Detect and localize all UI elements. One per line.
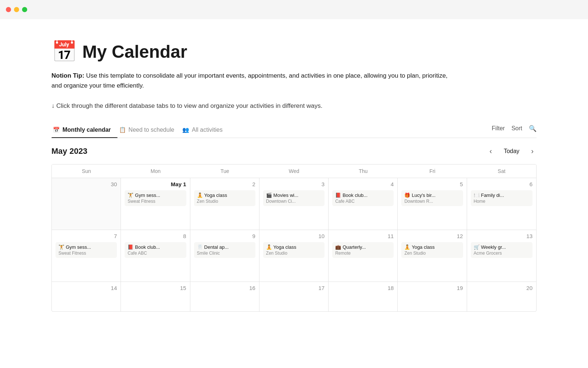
next-month-button[interactable]: ›: [528, 145, 537, 157]
calendar-nav: ‹ Today ›: [487, 145, 537, 157]
cal-date-11: 11: [332, 233, 394, 239]
cal-date-6: 6: [471, 181, 533, 187]
event-location-yoga-2: Zen Studio: [197, 199, 252, 204]
cal-date-12: 12: [401, 233, 463, 239]
event-title-dental-9: 🦷 Dental ap...: [197, 244, 252, 250]
day-label-mon: Mon: [121, 164, 190, 178]
cal-date-14: 14: [55, 285, 117, 291]
event-yoga-12[interactable]: 🧘 Yoga class Zen Studio: [401, 242, 463, 258]
cal-cell-18[interactable]: 18: [329, 282, 398, 311]
gym-icon: 🏋️: [128, 192, 133, 198]
cal-cell-10[interactable]: 10 🧘 Yoga class Zen Studio: [259, 230, 329, 282]
cal-date-may1: May 1: [125, 181, 186, 187]
prev-month-button[interactable]: ‹: [487, 145, 495, 157]
event-location-gym-may1: Sweat Fitness: [128, 199, 183, 204]
event-gym-7[interactable]: 🏋️ Gym sess... Sweat Fitness: [55, 242, 117, 258]
quarterly-icon: 💼: [335, 244, 341, 250]
cal-cell-11[interactable]: 11 💼 Quarterly... Remote: [329, 230, 398, 282]
cal-date-8: 8: [125, 233, 186, 239]
cal-cell-17[interactable]: 17: [259, 282, 329, 311]
event-family-6[interactable]: 🍽️ Family di... Home: [471, 190, 533, 206]
event-quarterly-11[interactable]: 💼 Quarterly... Remote: [332, 242, 394, 258]
cal-date-15: 15: [125, 285, 186, 291]
event-bookclub-4[interactable]: 📕 Book club... Cafe ABC: [332, 190, 394, 206]
bookclub-icon-8: 📕: [128, 244, 133, 250]
nav-hint: ↓ Click through the different database t…: [51, 102, 537, 110]
today-button[interactable]: Today: [500, 146, 523, 156]
event-location-movies-3: Downtown Ci...: [266, 199, 322, 204]
cal-date-2: 2: [194, 181, 255, 187]
calendar-week-3: 14 15 16 17 18 19: [52, 282, 536, 311]
cal-cell-6[interactable]: 6 🍽️ Family di... Home: [467, 178, 536, 230]
sort-button[interactable]: Sort: [512, 125, 522, 132]
event-gym-may1[interactable]: 🏋️ Gym sess... Sweat Fitness: [125, 190, 186, 206]
monthly-calendar-icon: 📅: [53, 127, 60, 133]
cal-cell-15[interactable]: 15: [121, 282, 190, 311]
event-title-movies-3: 🎬 Movies wi...: [266, 192, 322, 198]
cal-cell-20[interactable]: 20: [467, 282, 536, 311]
cal-cell-7[interactable]: 7 🏋️ Gym sess... Sweat Fitness: [52, 230, 121, 282]
cal-cell-19[interactable]: 19: [398, 282, 467, 311]
close-button[interactable]: [6, 7, 11, 12]
calendar-grid: Sun Mon Tue Wed Thu Fri Sat 30 M: [51, 164, 537, 312]
cal-cell-9[interactable]: 9 🦷 Dental ap... Smile Clinic: [190, 230, 259, 282]
gym-icon-7: 🏋️: [58, 244, 64, 250]
cal-date-10: 10: [263, 233, 325, 239]
tabs-bar: 📅 Monthly calendar 📋 Need to schedule 👥 …: [51, 123, 537, 138]
cal-cell-13[interactable]: 13 🛒 Weekly gr... Acme Grocers: [467, 230, 536, 282]
cal-date-30: 30: [55, 181, 117, 187]
cal-cell-8[interactable]: 8 📕 Book club... Cafe ABC: [121, 230, 190, 282]
cal-cell-4[interactable]: 4 📕 Book club... Cafe ABC: [329, 178, 398, 230]
day-label-thu: Thu: [329, 164, 398, 178]
minimize-button[interactable]: [14, 7, 19, 12]
cal-cell-3[interactable]: 3 🎬 Movies wi... Downtown Ci...: [259, 178, 329, 230]
tabs-right: Filter Sort 🔍: [492, 125, 537, 136]
cal-cell-may1[interactable]: May 1 🏋️ Gym sess... Sweat Fitness: [121, 178, 190, 230]
calendar-container: May 2023 ‹ Today › Sun Mon Tue Wed Thu F…: [51, 138, 537, 312]
event-yoga-2[interactable]: 🧘 Yoga class Zen Studio: [194, 190, 255, 206]
cal-cell-12[interactable]: 12 🧘 Yoga class Zen Studio: [398, 230, 467, 282]
event-location-quarterly-11: Remote: [335, 251, 391, 256]
tab-need-to-schedule[interactable]: 📋 Need to schedule: [118, 123, 181, 138]
cal-cell-2[interactable]: 2 🧘 Yoga class Zen Studio: [190, 178, 259, 230]
maximize-button[interactable]: [22, 7, 27, 12]
cal-date-13: 13: [471, 233, 533, 239]
notion-tip: Notion Tip: Use this template to consoli…: [51, 71, 456, 91]
event-location-family-6: Home: [474, 199, 530, 204]
cal-cell-14[interactable]: 14: [52, 282, 121, 311]
cal-date-5: 5: [401, 181, 463, 187]
cal-date-17: 17: [263, 285, 325, 291]
event-yoga-10[interactable]: 🧘 Yoga class Zen Studio: [263, 242, 325, 258]
tab-monthly-calendar[interactable]: 📅 Monthly calendar: [51, 123, 118, 138]
tab-all-activities[interactable]: 👥 All activities: [181, 123, 229, 138]
page-header: 📅 My Calendar: [51, 41, 537, 62]
search-icon[interactable]: 🔍: [529, 125, 537, 132]
event-location-yoga-12: Zen Studio: [404, 251, 460, 256]
event-location-bookclub-4: Cafe ABC: [335, 199, 391, 204]
calendar-week-1: 30 May 1 🏋️ Gym sess... Sweat Fitness: [52, 178, 536, 230]
event-movies-3[interactable]: 🎬 Movies wi... Downtown Ci...: [263, 190, 325, 206]
event-dental-9[interactable]: 🦷 Dental ap... Smile Clinic: [194, 242, 255, 258]
notion-tip-text: Use this template to consolidate all you…: [51, 72, 448, 89]
calendar-days-header: Sun Mon Tue Wed Thu Fri Sat: [52, 164, 536, 178]
event-lucy-5[interactable]: 🎁 Lucy's bir... Downtown R...: [401, 190, 463, 206]
birthday-icon: 🎁: [404, 192, 410, 198]
event-location-yoga-10: Zen Studio: [266, 251, 322, 256]
event-title-family-6: 🍽️ Family di...: [474, 192, 530, 198]
titlebar: [0, 0, 588, 19]
tabs-left: 📅 Monthly calendar 📋 Need to schedule 👥 …: [51, 123, 492, 138]
event-grocery-13[interactable]: 🛒 Weekly gr... Acme Grocers: [471, 242, 533, 258]
day-label-sun: Sun: [52, 164, 121, 178]
event-location-dental-9: Smile Clinic: [197, 251, 252, 256]
notion-tip-label: Notion Tip:: [51, 72, 84, 79]
cal-cell-5[interactable]: 5 🎁 Lucy's bir... Downtown R...: [398, 178, 467, 230]
filter-button[interactable]: Filter: [492, 125, 505, 132]
event-title-lucy-5: 🎁 Lucy's bir...: [404, 192, 460, 198]
cal-cell-30[interactable]: 30: [52, 178, 121, 230]
cal-date-16: 16: [194, 285, 255, 291]
cal-cell-16[interactable]: 16: [190, 282, 259, 311]
event-bookclub-8[interactable]: 📕 Book club... Cafe ABC: [125, 242, 186, 258]
event-location-lucy-5: Downtown R...: [404, 199, 460, 204]
movies-icon: 🎬: [266, 192, 272, 198]
main-content: 📅 My Calendar Notion Tip: Use this templ…: [0, 19, 588, 334]
